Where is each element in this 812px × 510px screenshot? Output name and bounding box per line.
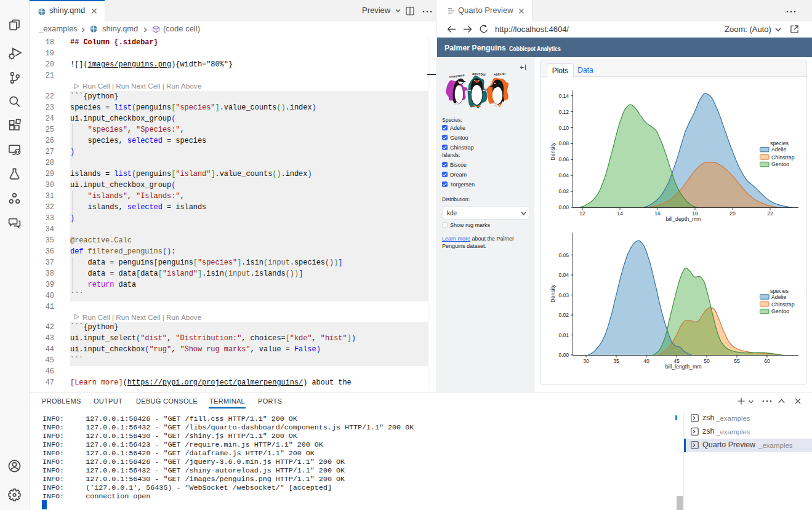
svg-text:ADELIE!: ADELIE! xyxy=(494,73,506,76)
svg-text:CHINSTRAP: CHINSTRAP xyxy=(449,74,465,79)
svg-text:GENTOO!: GENTOO! xyxy=(472,73,486,76)
